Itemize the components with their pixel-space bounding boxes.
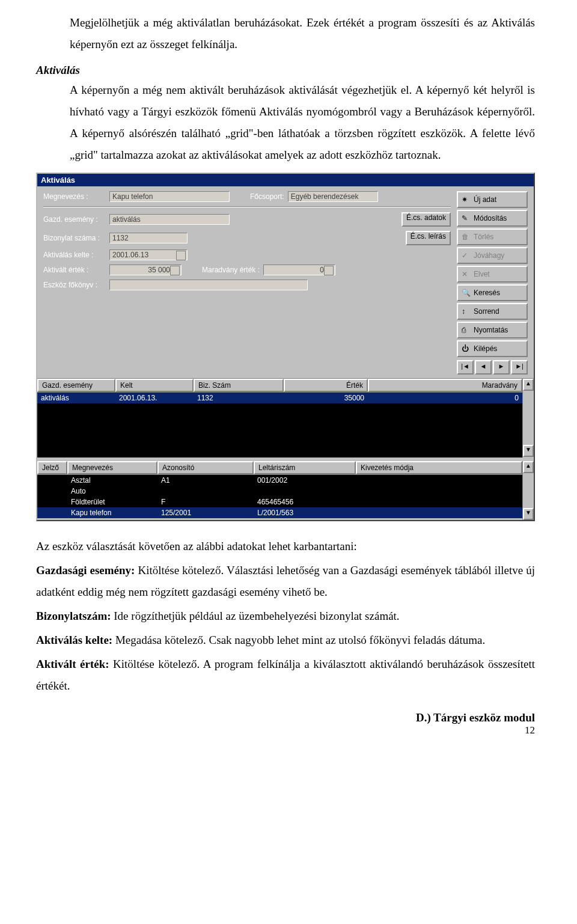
grid2-header-jelzo[interactable]: Jelző bbox=[37, 461, 67, 474]
cancel-icon: ✕ bbox=[462, 270, 470, 278]
grid2-header-azonosito[interactable]: Azonosító bbox=[157, 461, 254, 474]
print-icon: ⎙ bbox=[462, 326, 470, 334]
label-megnevezes: Megnevezés : bbox=[43, 192, 109, 201]
grid1-header-gazd-esemeny[interactable]: Gazd. esemény bbox=[37, 379, 115, 392]
grid2-header-kivezetes[interactable]: Kivezetés módja bbox=[356, 461, 522, 474]
label-eszkoz-fokonyv: Eszköz főkönyv : bbox=[43, 281, 109, 289]
aktivalas-kelte-value: 2001.06.13 bbox=[112, 251, 148, 259]
label-focsoport: Főcsoport: bbox=[250, 192, 288, 201]
table-row[interactable]: AsztalA1001/2002 bbox=[37, 475, 522, 486]
aktivalas-window: Aktiválás Megnevezés : Főcsoport: Gazd. … bbox=[36, 173, 535, 521]
activations-grid[interactable]: Gazd. esemény Kelt Biz. Szám Érték Marad… bbox=[37, 379, 534, 457]
input-aktivalas-kelte[interactable]: 2001.06.13 bbox=[109, 249, 188, 260]
nav-prev-button[interactable]: ◄ bbox=[475, 360, 492, 375]
input-megnevezes[interactable] bbox=[109, 191, 230, 202]
table-row[interactable]: FöldterületF465465456 bbox=[37, 497, 522, 507]
label-aktivalt-ertek: Aktivált érték : bbox=[43, 266, 109, 274]
grid2-scroll-up[interactable]: ▲ bbox=[523, 461, 534, 473]
search-icon: 🔍 bbox=[462, 289, 470, 297]
outro-aktivalas-kelte: Aktiválás kelte: Megadása kötelező. Csak… bbox=[36, 629, 535, 651]
table-row[interactable]: Auto bbox=[37, 486, 522, 497]
aktivalt-ertek-value: 35 000 bbox=[148, 266, 170, 274]
grid1-scrollbar[interactable]: ▲ ▼ bbox=[522, 379, 534, 457]
calculator-icon-2[interactable] bbox=[324, 266, 334, 275]
outro-bizonylatszam: Bizonylatszám: Ide rögzíthetjük például … bbox=[36, 605, 535, 627]
edit-icon: ✎ bbox=[462, 214, 470, 222]
ecs-leiras-button[interactable]: É.cs. leírás bbox=[406, 231, 451, 245]
grid2-header-megnevezes[interactable]: Megnevezés bbox=[67, 461, 157, 474]
torles-button[interactable]: 🗑Törlés bbox=[457, 228, 528, 245]
table-row[interactable]: Kapu telefon125/2001L/2001/563 bbox=[37, 507, 522, 518]
calculator-icon[interactable] bbox=[170, 266, 180, 275]
label-bizonylat-szama: Bizonylat száma : bbox=[43, 234, 109, 242]
calendar-icon[interactable] bbox=[176, 251, 186, 260]
kilepes-button[interactable]: ⏻Kilépés bbox=[457, 340, 528, 357]
nav-last-button[interactable]: ►| bbox=[511, 360, 528, 375]
input-bizonylat-szama[interactable] bbox=[109, 233, 188, 243]
modositas-button[interactable]: ✎Módosítás bbox=[457, 210, 528, 227]
input-aktivalt-ertek[interactable]: 35 000 bbox=[109, 265, 182, 275]
trash-icon: 🗑 bbox=[462, 233, 470, 241]
footer-page-number: 12 bbox=[36, 724, 535, 736]
nyomtatas-button[interactable]: ⎙Nyomtatás bbox=[457, 322, 528, 338]
grid1-header-kelt[interactable]: Kelt bbox=[115, 379, 194, 392]
label-maradvany-ertek: Maradvány érték : bbox=[202, 266, 263, 274]
sorrend-button[interactable]: ↕Sorrend bbox=[457, 303, 528, 320]
label-aktivalas-kelte: Aktiválás kelte : bbox=[43, 251, 109, 259]
grid1-header-biz-szam[interactable]: Biz. Szám bbox=[194, 379, 284, 392]
grid1-scroll-down[interactable]: ▼ bbox=[523, 445, 534, 457]
section-heading: Aktiválás bbox=[36, 64, 535, 77]
outro-gazdasagi: Gazdasági esemény: Kitöltése kötelező. V… bbox=[36, 560, 535, 603]
label-gazd-esemeny: Gazd. esemény : bbox=[43, 215, 109, 224]
kereses-button[interactable]: 🔍Keresés bbox=[457, 284, 528, 301]
grid2-header-leltariszam[interactable]: Leltáriszám bbox=[254, 461, 356, 474]
input-gazd-esemeny[interactable] bbox=[109, 214, 230, 225]
new-icon: ✷ bbox=[462, 195, 470, 204]
uj-adat-button[interactable]: ✷Új adat bbox=[457, 191, 528, 208]
input-maradvany-ertek[interactable]: 0 bbox=[263, 265, 335, 275]
grid2-scrollbar[interactable]: ▲ ▼ bbox=[522, 461, 534, 520]
outro-p1: Az eszköz választását követően az alábbi… bbox=[36, 536, 535, 557]
sort-icon: ↕ bbox=[462, 307, 470, 316]
assets-grid[interactable]: Jelző Megnevezés Azonosító Leltáriszám K… bbox=[37, 461, 534, 520]
input-focsoport[interactable] bbox=[288, 191, 378, 202]
intro-paragraph-2: A képernyőn a még nem aktivált beruházás… bbox=[70, 79, 535, 166]
outro-aktivalt-ertek: Aktivált érték: Kitöltése kötelező. A pr… bbox=[36, 653, 535, 697]
table-row[interactable]: aktiválás2001.06.13.1132350000 bbox=[37, 393, 522, 403]
grid1-header-ertek[interactable]: Érték bbox=[284, 379, 368, 392]
maradvany-ertek-value: 0 bbox=[320, 266, 324, 274]
grid1-scroll-up[interactable]: ▲ bbox=[523, 379, 534, 391]
footer-module: D.) Tárgyi eszköz modul bbox=[36, 711, 535, 724]
input-eszkoz-fokonyv[interactable] bbox=[109, 280, 308, 290]
elvet-button[interactable]: ✕Elvet bbox=[457, 266, 528, 283]
nav-first-button[interactable]: |◄ bbox=[457, 360, 474, 375]
exit-icon: ⏻ bbox=[462, 344, 470, 353]
check-icon: ✓ bbox=[462, 251, 470, 260]
intro-paragraph-1: Megjelölhetjük a még aktiválatlan beruhá… bbox=[70, 12, 535, 55]
grid1-header-maradvany[interactable]: Maradvány bbox=[368, 379, 522, 392]
nav-next-button[interactable]: ► bbox=[493, 360, 510, 375]
window-titlebar[interactable]: Aktiválás bbox=[37, 174, 534, 186]
grid2-scroll-down[interactable]: ▼ bbox=[523, 508, 534, 520]
ecs-adatok-button[interactable]: É.cs. adatok bbox=[401, 212, 451, 227]
jovahagy-button[interactable]: ✓Jóváhagy bbox=[457, 247, 528, 264]
